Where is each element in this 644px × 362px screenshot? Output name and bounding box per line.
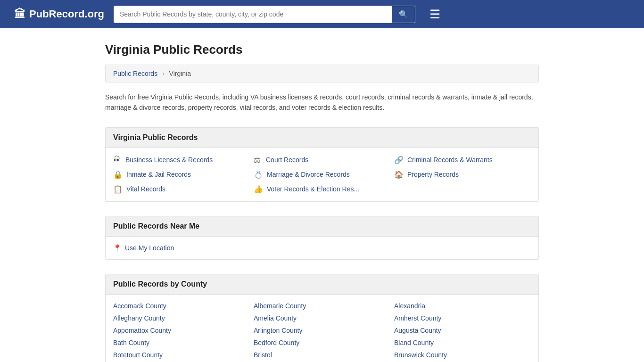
page-description: Search for free Virginia Public Records,… [105, 92, 539, 113]
county-item[interactable]: Albemarle County [254, 302, 390, 310]
page-title: Virginia Public Records [105, 42, 539, 57]
near-me-heading: Public Records Near Me [106, 216, 538, 237]
record-label: Court Records [266, 156, 308, 164]
record-icon: 👍 [254, 185, 263, 194]
search-input[interactable] [114, 7, 392, 22]
search-button[interactable]: 🔍 [392, 6, 415, 23]
record-label: Marriage & Divorce Records [267, 171, 350, 178]
record-icon: 🔗 [394, 156, 404, 165]
by-county-heading: Public Records by County [106, 274, 538, 295]
record-item[interactable]: 🏠Property Records [394, 170, 531, 179]
record-icon: ⚖ [254, 156, 262, 165]
breadcrumb-separator: › [162, 70, 165, 77]
record-item[interactable]: ⚖Court Records [254, 156, 390, 165]
site-logo[interactable]: 🏛 PubRecord.org [14, 8, 104, 21]
site-header: 🏛 PubRecord.org 🔍 ☰ [0, 0, 644, 28]
county-item[interactable]: Augusta County [394, 327, 531, 334]
county-item[interactable]: Amherst County [394, 314, 531, 322]
main-content: Virginia Public Records Public Records ›… [96, 28, 548, 362]
record-label: Property Records [407, 171, 459, 178]
county-item[interactable]: Bath County [113, 339, 250, 346]
use-location-label: Use My Location [125, 244, 174, 252]
county-item[interactable]: Botetourt County [113, 351, 250, 359]
record-icon: 🏠 [394, 170, 404, 179]
county-item[interactable]: Bedford County [254, 339, 390, 346]
breadcrumb-parent[interactable]: Public Records [113, 70, 157, 77]
records-grid: 🏛Business Licenses & Records⚖Court Recor… [113, 156, 531, 194]
record-icon: 📋 [113, 185, 123, 194]
record-item[interactable]: 🏛Business Licenses & Records [113, 156, 250, 165]
record-item[interactable]: 🔗Criminal Records & Warrants [394, 156, 531, 165]
record-label: Business Licenses & Records [125, 156, 213, 164]
county-item[interactable]: Bland County [394, 339, 531, 346]
record-label: Criminal Records & Warrants [407, 156, 493, 164]
logo-text: PubRecord.org [29, 8, 104, 20]
breadcrumb: Public Records › Virginia [105, 65, 539, 82]
county-item[interactable]: Alleghany County [113, 314, 250, 322]
record-icon: 🏛 [113, 156, 122, 164]
location-icon: 📍 [113, 244, 121, 252]
virginia-records-section: Virginia Public Records 🏛Business Licens… [105, 127, 539, 202]
breadcrumb-current: Virginia [169, 70, 191, 77]
county-item[interactable]: Bristol [254, 351, 390, 359]
county-item[interactable]: Amelia County [254, 314, 390, 322]
record-icon: 🔒 [113, 170, 123, 179]
record-label: Voter Records & Election Res... [267, 185, 359, 193]
near-me-body: 📍 Use My Location [106, 237, 538, 259]
record-item[interactable]: 📋Vital Records [113, 185, 250, 194]
county-grid: Accomack CountyAlbemarle CountyAlexandri… [106, 295, 538, 362]
county-item[interactable]: Brunswick County [394, 351, 531, 359]
county-item[interactable]: Arlington County [254, 327, 390, 334]
logo-icon: 🏛 [14, 8, 25, 21]
search-bar: 🔍 [114, 6, 415, 23]
virginia-records-body: 🏛Business Licenses & Records⚖Court Recor… [106, 148, 538, 201]
record-item[interactable]: 💍Marriage & Divorce Records [254, 170, 390, 179]
virginia-records-heading: Virginia Public Records [106, 128, 538, 148]
use-location-button[interactable]: 📍 Use My Location [113, 244, 531, 252]
county-item[interactable]: Appomattox County [113, 327, 250, 334]
record-item[interactable]: 🔒Inmate & Jail Records [113, 170, 250, 179]
county-item[interactable]: Alexandria [394, 302, 531, 310]
by-county-section: Public Records by County Accomack County… [105, 274, 539, 362]
near-me-section: Public Records Near Me 📍 Use My Location [105, 216, 539, 260]
record-label: Vital Records [126, 185, 165, 193]
hamburger-menu-icon[interactable]: ☰ [429, 7, 440, 22]
record-label: Inmate & Jail Records [126, 171, 191, 178]
county-item[interactable]: Accomack County [113, 302, 250, 310]
record-item[interactable]: 👍Voter Records & Election Res... [254, 185, 390, 194]
record-icon: 💍 [254, 170, 263, 179]
